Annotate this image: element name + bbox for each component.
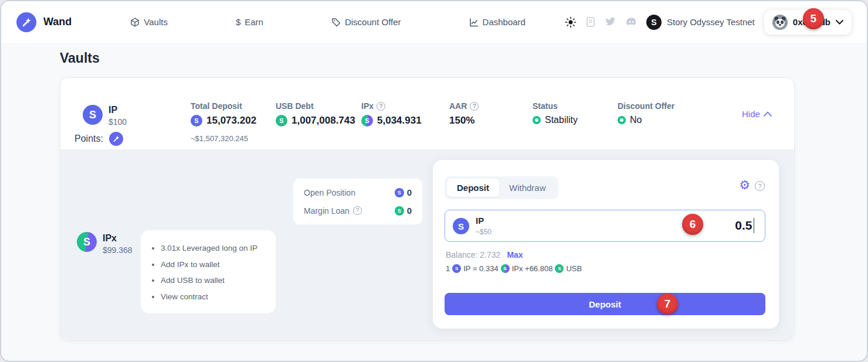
stat-value: 150% — [449, 115, 474, 127]
nav-dashboard[interactable]: Dashboard — [469, 17, 525, 27]
vault-summary-row: S IP $100 Points: Total Deposit S — [60, 78, 794, 149]
network-selector[interactable]: S Story Odyssey Testnet — [646, 15, 755, 30]
chevron-up-icon — [764, 111, 772, 117]
ipx-coin-icon: S — [361, 115, 373, 127]
settings-gear-icon[interactable]: ⚙ — [739, 179, 750, 191]
main-nav: Vaults $ Earn Discount Offer Dashboard — [130, 17, 525, 27]
feature-view-contract[interactable]: View contract — [161, 292, 269, 301]
vault-expanded-section: Open Position S 0 Margin Loan ? S — [60, 149, 794, 341]
amount-value: 0.5 — [735, 218, 752, 233]
open-position-label: Open Position — [304, 188, 355, 197]
hide-label: Hide — [742, 109, 760, 119]
vault-token-symbol: IP — [108, 105, 117, 115]
margin-loan-value: 0 — [407, 206, 412, 216]
wand-points-icon — [109, 132, 123, 146]
exchange-rate-row: 1 S IP = 0.334 S IPx +66.808 S USB — [446, 264, 582, 273]
stat-discount-offer: Discount Offer No — [618, 101, 674, 125]
stat-status: Status Stability — [533, 101, 578, 125]
chevron-down-icon — [836, 20, 843, 25]
feature-add-ipx[interactable]: Add IPx to wallet — [161, 260, 269, 269]
wand-logo-icon[interactable] — [16, 12, 36, 32]
ipx-token-icon: S — [77, 232, 97, 252]
nav-dashboard-label: Dashboard — [483, 17, 525, 27]
earn-icon: $ — [236, 17, 240, 27]
deposit-button[interactable]: Deposit — [445, 293, 765, 315]
stat-ipx: IPx ? S 5,034.931 — [361, 101, 422, 127]
stat-label: Discount Offer — [618, 101, 674, 111]
amount-input-box[interactable]: S IP ~$50 0.5 — [445, 210, 765, 242]
tab-group: Deposit Withdraw — [445, 176, 558, 199]
help-icon[interactable]: ? — [470, 102, 479, 111]
status-dot — [533, 116, 541, 124]
input-usd-estimate: ~$50 — [476, 228, 491, 236]
step-badge-5: 5 — [803, 8, 824, 29]
vaults-icon — [130, 18, 140, 27]
rate-ip-part: IP = 0.334 — [463, 264, 498, 273]
stat-value: 1,007,008.743 — [291, 115, 355, 127]
theme-toggle-sun-icon[interactable] — [565, 16, 577, 28]
nav-earn-label: Earn — [245, 17, 263, 27]
story-logo-icon: S — [646, 15, 662, 30]
nav-vaults-label: Vaults — [144, 17, 168, 27]
stat-value: 5,034.931 — [377, 115, 422, 127]
balance-label: Balance: 2.732 — [446, 250, 500, 259]
usb-coin-icon: S — [276, 115, 287, 127]
input-token-symbol: IP — [476, 216, 484, 226]
max-button[interactable]: Max — [507, 250, 523, 259]
status-value: Stability — [545, 115, 578, 125]
discord-icon[interactable] — [626, 18, 637, 26]
header: Wand Vaults $ Earn Discount Offer — [1, 1, 867, 43]
feature-leverage: 3.01x Leveraged long on IP — [161, 244, 269, 252]
tab-deposit[interactable]: Deposit — [447, 179, 499, 197]
rate-amount: 1 — [446, 264, 450, 273]
stat-label: AAR — [449, 101, 467, 111]
stat-total-deposit: Total Deposit S 15,073.202 ~$1,507,320.2… — [191, 101, 256, 143]
wallet-avatar — [772, 15, 788, 30]
position-card: Open Position S 0 Margin Loan ? S — [293, 179, 422, 224]
stat-label: IPx — [361, 101, 374, 111]
twitter-icon[interactable] — [605, 18, 616, 27]
vault-token-price: $100 — [108, 117, 127, 127]
usb-coin-icon: S — [555, 264, 564, 273]
rate-usb-part: USB — [566, 264, 582, 273]
ip-token-icon: S — [83, 105, 103, 125]
rate-ipx-part: IPx +66.808 — [512, 264, 553, 273]
points-row: Points: — [74, 132, 123, 146]
open-position-row: Open Position S 0 — [304, 187, 412, 197]
step-badge-7: 7 — [657, 293, 678, 315]
vault-card: S IP $100 Points: Total Deposit S — [60, 77, 795, 341]
ip-coin-icon: S — [452, 264, 461, 273]
balance-row: Balance: 2.732 Max — [446, 250, 523, 259]
stat-label: Status — [533, 101, 558, 111]
panel-help-icon[interactable]: ? — [755, 181, 765, 191]
stat-value: 15,073.202 — [206, 115, 256, 127]
ip-token-icon: S — [453, 218, 469, 234]
usb-coin-icon: S — [395, 206, 404, 216]
feature-add-usb[interactable]: Add USB to wallet — [161, 276, 269, 285]
docs-icon[interactable] — [586, 17, 595, 27]
stat-label: USB Debt — [276, 101, 314, 111]
hide-toggle[interactable]: Hide — [742, 109, 772, 119]
tab-withdraw[interactable]: Withdraw — [499, 179, 556, 197]
stat-aar: AAR ? 150% — [449, 101, 479, 127]
network-name: Story Odyssey Testnet — [667, 17, 755, 27]
wallet-button[interactable]: 0xe...6db 5 — [764, 10, 852, 35]
ip-coin-icon: S — [191, 115, 202, 127]
app-window: Wand Vaults $ Earn Discount Offer — [0, 0, 868, 362]
discount-value: No — [630, 115, 642, 125]
ipx-coin-icon: S — [501, 264, 510, 273]
nav-vaults[interactable]: Vaults — [130, 17, 168, 27]
deposit-panel: Deposit Withdraw ⚙ ? S IP ~$50 0.5 — [433, 160, 779, 329]
stat-sub-usd: ~$1,507,320.245 — [191, 134, 256, 143]
detail-token-symbol: IPx — [103, 233, 117, 244]
stat-label: Total Deposit — [191, 101, 242, 111]
ip-coin-icon: S — [395, 188, 404, 197]
nav-discount-offer[interactable]: Discount Offer — [331, 17, 401, 27]
help-icon[interactable]: ? — [377, 102, 385, 111]
stat-usb-debt: USB Debt S 1,007,008.743 — [276, 101, 355, 127]
amount-input[interactable]: 0.5 — [735, 218, 754, 233]
main-content: Vaults S IP $100 Points: Tota — [1, 43, 867, 362]
help-icon[interactable]: ? — [353, 206, 362, 215]
nav-earn[interactable]: $ Earn — [236, 17, 263, 27]
tag-icon — [331, 18, 341, 27]
